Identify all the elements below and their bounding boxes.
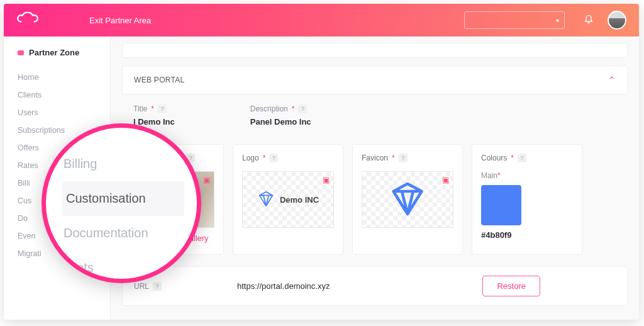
topbar: Exit Partner Area ▾: [4, 4, 639, 37]
sidebar-item-clients[interactable]: Clients: [18, 86, 100, 104]
sidebar-item-home[interactable]: Home: [18, 69, 100, 86]
colours-card: Colours*? Main* #4b80f9: [472, 144, 582, 255]
section-title: WEB PORTAL: [134, 76, 185, 84]
diamond-icon: [382, 180, 433, 220]
required-icon: *: [511, 154, 514, 162]
sidebar-title-text: Partner Zone: [29, 48, 79, 57]
card-placeholder-top: [122, 43, 628, 58]
help-icon[interactable]: ?: [269, 154, 278, 162]
colour-swatch[interactable]: [481, 185, 521, 225]
logo-card: Logo*? ▣ Demo INC: [233, 144, 343, 255]
help-icon[interactable]: ?: [518, 154, 526, 162]
magnifier-item-documentation: Documentation: [62, 216, 184, 250]
folder-icon[interactable]: ▣: [323, 176, 330, 184]
url-value[interactable]: https://portal.demoinc.xyz: [237, 281, 330, 291]
caret-down-icon: ▾: [556, 17, 559, 24]
folder-icon[interactable]: ▣: [442, 176, 449, 184]
restore-button[interactable]: Restore: [482, 276, 540, 296]
required-icon: *: [263, 154, 266, 162]
magnifier-overlay: Billing Customisation Documentation vent…: [42, 123, 201, 283]
description-value[interactable]: Panel Demo Inc: [250, 117, 311, 126]
magnifier-item-billing: Billing: [62, 147, 184, 181]
chevron-up-icon: ⌃: [608, 75, 616, 85]
description-field: Description * ? Panel Demo Inc: [250, 104, 311, 126]
help-icon[interactable]: ?: [298, 104, 307, 113]
bell-icon[interactable]: [584, 14, 594, 26]
url-label: URL: [134, 282, 149, 291]
search-dropdown[interactable]: ▾: [464, 11, 565, 29]
favicon-card: Favicon*? ▣: [352, 144, 463, 255]
brand-logo-icon: [16, 12, 39, 28]
exit-partner-area-link[interactable]: Exit Partner Area: [89, 16, 151, 25]
colours-label: Colours: [481, 154, 507, 162]
main-colour-label: Main: [481, 171, 497, 180]
help-icon[interactable]: ?: [399, 154, 408, 162]
sidebar-item-users[interactable]: Users: [18, 104, 100, 121]
required-icon: *: [392, 154, 395, 162]
required-icon: *: [151, 104, 154, 113]
logo-label: Logo: [242, 154, 259, 162]
help-icon[interactable]: ?: [153, 282, 162, 291]
avatar[interactable]: [608, 11, 626, 30]
folder-icon[interactable]: ▣: [203, 176, 210, 184]
colour-hex-value[interactable]: #4b80f9: [481, 230, 573, 240]
required-icon: *: [292, 104, 295, 113]
logo-thumbnail[interactable]: ▣ Demo INC: [242, 171, 334, 228]
required-icon: *: [497, 171, 501, 180]
description-label: Description: [250, 104, 288, 113]
web-portal-card: WEB PORTAL ⌃: [122, 65, 628, 94]
url-row: URL ? https://portal.demoinc.xyz Restore: [122, 266, 628, 306]
magnifier-item-customisation: Customisation: [62, 181, 184, 216]
help-icon[interactable]: ?: [158, 104, 167, 113]
title-label: Title: [133, 104, 147, 113]
favicon-label: Favicon: [362, 154, 388, 162]
title-desc-row: Title * ? l Demo Inc Description * ? Pan…: [122, 102, 628, 126]
sidebar-title: Partner Zone: [18, 48, 100, 57]
diamond-icon: [257, 190, 275, 210]
title-field: Title * ? l Demo Inc: [133, 104, 175, 126]
section-header[interactable]: WEB PORTAL ⌃: [123, 66, 627, 94]
partner-zone-icon: [18, 50, 24, 55]
logo-text: Demo INC: [280, 195, 319, 205]
favicon-thumbnail[interactable]: ▣: [362, 171, 453, 228]
